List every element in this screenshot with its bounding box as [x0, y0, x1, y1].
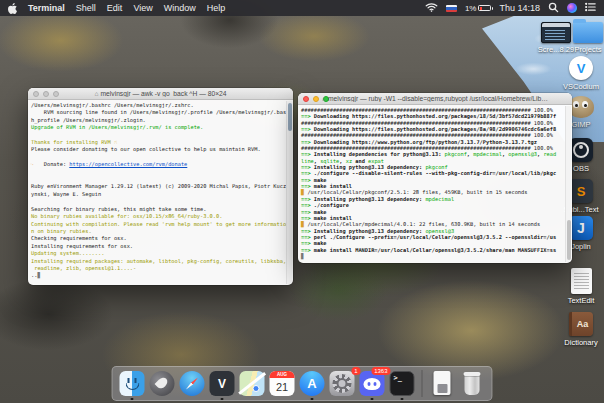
dock-preferences[interactable]: 1: [330, 371, 355, 396]
menu-bar: TerminalShellEditViewWindowHelp 1% Thu 1…: [0, 0, 604, 16]
running-indicator: [311, 398, 313, 400]
dock-launchpad[interactable]: [150, 371, 175, 396]
dock-maps[interactable]: [240, 371, 265, 396]
menu-bar-menus: TerminalShellEditViewWindowHelp: [28, 3, 225, 13]
calendar-icon: AUG21: [270, 371, 295, 396]
proxy-icon: ⌂: [322, 95, 326, 102]
dock-finder[interactable]: [120, 371, 145, 396]
vivaldi-icon: V: [210, 371, 235, 396]
running-indicator: [221, 398, 223, 400]
right-window-titlebar[interactable]: ⌂melvinsgjr — ruby -W1 --disable=gems,ru…: [298, 93, 572, 105]
appstore-glyph: A: [300, 371, 325, 396]
desktop-icon-textedit[interactable]: TextEdit: [561, 268, 601, 305]
right-terminal-body[interactable]: ########################################…: [298, 105, 572, 263]
menu-window[interactable]: Window: [164, 3, 196, 13]
terminal-line: No binary rubies available for: osx/10.1…: [31, 213, 290, 220]
left-scrollbar[interactable]: [286, 101, 292, 284]
battery-icon: [478, 5, 491, 11]
menu-view[interactable]: View: [133, 3, 152, 13]
desktop-icon-vscodium[interactable]: VVSCodium: [561, 56, 601, 91]
siri-icon[interactable]: [567, 3, 577, 13]
calendar-glyph: 21: [270, 378, 295, 396]
notification-badge: 1: [351, 367, 360, 375]
battery-indicator[interactable]: 1%: [465, 4, 492, 13]
left-window-title-text: melvinsgjr — awk -v go_back ^H — 80×24: [101, 90, 227, 97]
terminal-line: readline, zlib, openssl@1.1....-: [31, 265, 290, 272]
calendar-glyph: AUG: [270, 371, 295, 378]
notification-badge: 1363: [371, 367, 390, 375]
close-button[interactable]: [33, 91, 39, 97]
right-scrollbar-thumb[interactable]: [567, 220, 571, 260]
trash-icon: [460, 371, 485, 396]
dock-calendar[interactable]: AUG21: [270, 371, 295, 396]
dock-separator: [422, 370, 423, 397]
battery-percent: 1%: [465, 4, 477, 13]
menu-shell[interactable]: Shell: [76, 3, 96, 13]
safari-icon: [180, 371, 205, 396]
menu-bar-clock[interactable]: Thu 14:18: [499, 3, 540, 13]
dock-appstore[interactable]: A: [300, 371, 325, 396]
terminal-line: ==> make install MANDIR=/usr/local/Cella…: [301, 247, 569, 253]
obs-icon: [569, 138, 593, 162]
vscodium-glyph: V: [569, 56, 593, 80]
left-terminal-body[interactable]: /Users/melvinsgjr/.bashrc /Users/melvins…: [28, 100, 293, 285]
terminal-icon: >_: [390, 371, 415, 396]
dock-vivaldi[interactable]: V: [210, 371, 235, 396]
terminal-line: n on binary rubies.: [31, 228, 290, 235]
close-button[interactable]: [303, 96, 309, 102]
terminal-line: [31, 169, 290, 176]
terminal-line: ==> ./configure --disable-silent-rules -…: [301, 170, 569, 176]
terminal-line: ..▊: [31, 272, 290, 279]
desktop-icon-label: VSCodium: [563, 82, 599, 91]
running-indicator: [371, 398, 373, 400]
launchpad-icon: [150, 371, 175, 396]
terminal-line: ▊: [301, 253, 569, 259]
textedit-icon: [571, 268, 592, 294]
desktop-icon-label: OBS: [573, 164, 589, 173]
desktop-icon-dictionary[interactable]: AaDictionary: [561, 312, 601, 347]
minimize-button[interactable]: [43, 91, 49, 97]
terminal-line: [31, 176, 290, 183]
terminal-line: ==> perl ./Configure --prefix=/usr/local…: [301, 234, 569, 240]
terminal-window-right: ⌂melvinsgjr — ruby -W1 --disable=gems,ru…: [298, 93, 572, 263]
left-window-titlebar[interactable]: ⌂melvinsgjr — awk -v go_back ^H — 80×24: [28, 88, 293, 100]
menu-edit[interactable]: Edit: [107, 3, 123, 13]
joplin-glyph: J: [569, 216, 593, 240]
dock-trash[interactable]: [460, 371, 485, 396]
menu-help[interactable]: Help: [207, 3, 226, 13]
minimize-button[interactable]: [313, 96, 319, 102]
vscodium-icon: V: [569, 56, 593, 80]
terminal-line: Ruby enVironment Manager 1.29.12 (latest…: [31, 183, 290, 190]
terminal-line: Upgrade of RVM in /Users/melvinsgjr/.rvm…: [31, 124, 290, 131]
terminal-line: [31, 198, 290, 205]
appstore-icon: A: [300, 371, 325, 396]
dock-discord[interactable]: 1363: [360, 371, 385, 396]
terminal-line: Searching for binary rubies, this might …: [31, 206, 290, 213]
apple-menu-icon[interactable]: [8, 3, 17, 14]
preferences-icon: [330, 371, 355, 396]
desktop-icon-projects[interactable]: Projects: [568, 22, 604, 54]
menu-terminal[interactable]: Terminal: [28, 3, 65, 13]
dock-terminal[interactable]: >_: [390, 371, 415, 396]
notification-center-icon[interactable]: [585, 2, 596, 14]
terminal-line: Updating system........: [31, 250, 290, 257]
terminal-line: ynski, Wayne E. Seguin: [31, 191, 290, 198]
dock-items: VAUG21A11363>_: [120, 370, 485, 397]
left-window-title: ⌂melvinsgjr — awk -v go_back ^H — 80×24: [52, 90, 269, 97]
running-indicator: [131, 398, 133, 400]
spotlight-icon[interactable]: [548, 2, 559, 15]
right-scrollbar[interactable]: [565, 106, 571, 262]
terminal-line: [31, 154, 290, 161]
left-scrollbar-thumb[interactable]: [288, 103, 292, 131]
dock-safari[interactable]: [180, 371, 205, 396]
terminal-line: /Users/melvinsgjr/.bashrc /Users/melvins…: [31, 102, 290, 109]
finder-icon: [120, 371, 145, 396]
desktop-icon-label: GIMP: [571, 120, 590, 129]
input-source-flag-icon[interactable]: [446, 5, 457, 12]
wifi-icon[interactable]: [425, 2, 438, 14]
terminal-line: Installing requirements for osx.: [31, 243, 290, 250]
dock-documents[interactable]: [430, 371, 455, 396]
dictionary-glyph: Aa: [572, 312, 593, 336]
right-window-title: ⌂melvinsgjr — ruby -W1 --disable=gems,ru…: [322, 95, 548, 102]
desktop-icon-label: Projects: [574, 45, 601, 54]
